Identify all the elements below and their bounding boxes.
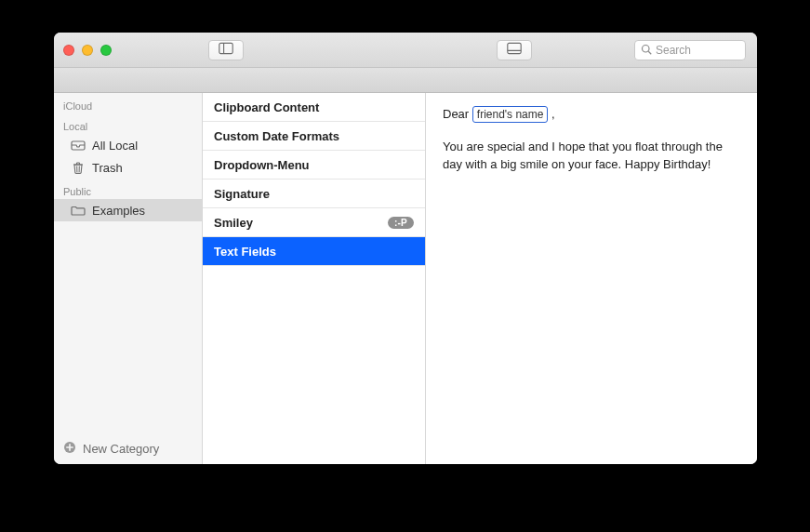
sidebar-section-public: Public [54, 179, 202, 199]
content-body-text: You are special and I hope that you floa… [443, 139, 740, 174]
sidebar-item-examples[interactable]: Examples [54, 199, 202, 221]
list-item-label: Custom Date Formats [214, 129, 339, 143]
abbreviation-badge: :-P [388, 217, 414, 229]
list-item[interactable]: Smiley :-P [203, 208, 425, 237]
toolbar-secondary [54, 68, 757, 93]
list-item[interactable]: Text Fields [203, 237, 425, 266]
sidebar: iCloud Local All Local Trash Public Exam [54, 93, 203, 464]
text-field-token[interactable]: friend's name [472, 106, 549, 123]
tray-icon [71, 139, 86, 152]
content-greeting-line: Dear friend's name , [443, 106, 740, 124]
svg-line-5 [648, 51, 651, 54]
close-window-button[interactable] [63, 45, 74, 56]
svg-point-4 [643, 45, 650, 52]
list-item[interactable]: Dropdown-Menu [203, 151, 425, 180]
list-item-label: Smiley [214, 216, 253, 230]
panel-icon [507, 42, 522, 59]
sidebar-item-label: Trash [92, 161, 123, 175]
sidebar-icon [219, 42, 233, 59]
plus-circle-icon [63, 441, 76, 457]
snippet-list: Clipboard Content Custom Date Formats Dr… [203, 93, 426, 464]
list-item[interactable]: Custom Date Formats [203, 122, 425, 151]
toggle-panel-button[interactable] [497, 40, 532, 60]
list-item-label: Text Fields [214, 245, 276, 259]
new-category-button[interactable]: New Category [54, 433, 202, 464]
sidebar-section-local: Local [54, 113, 202, 134]
app-window: iCloud Local All Local Trash Public Exam [54, 33, 757, 464]
sidebar-item-label: All Local [92, 139, 138, 153]
list-item[interactable]: Signature [203, 180, 425, 208]
sidebar-item-label: Examples [92, 204, 145, 218]
search-field[interactable] [634, 40, 746, 60]
snippet-content[interactable]: Dear friend's name , You are special and… [426, 93, 757, 464]
folder-icon [71, 204, 86, 217]
titlebar [54, 33, 757, 68]
main-body: iCloud Local All Local Trash Public Exam [54, 93, 757, 464]
sidebar-item-all-local[interactable]: All Local [54, 134, 202, 156]
zoom-window-button[interactable] [100, 45, 112, 56]
search-input[interactable] [656, 44, 757, 57]
svg-rect-2 [508, 43, 521, 53]
list-item-label: Dropdown-Menu [214, 158, 310, 172]
content-text: , [551, 107, 555, 121]
list-item-label: Signature [214, 187, 270, 201]
minimize-window-button[interactable] [82, 45, 93, 56]
sidebar-section-icloud: iCloud [54, 93, 202, 113]
svg-rect-0 [219, 43, 232, 53]
trash-icon [71, 161, 86, 174]
toggle-sidebar-button[interactable] [208, 40, 244, 60]
search-icon [641, 42, 652, 59]
new-category-label: New Category [83, 442, 159, 456]
list-item-label: Clipboard Content [214, 100, 319, 114]
content-text: Dear [443, 107, 472, 121]
sidebar-item-trash[interactable]: Trash [54, 156, 202, 179]
window-controls [63, 45, 112, 56]
list-item[interactable]: Clipboard Content [203, 93, 425, 122]
